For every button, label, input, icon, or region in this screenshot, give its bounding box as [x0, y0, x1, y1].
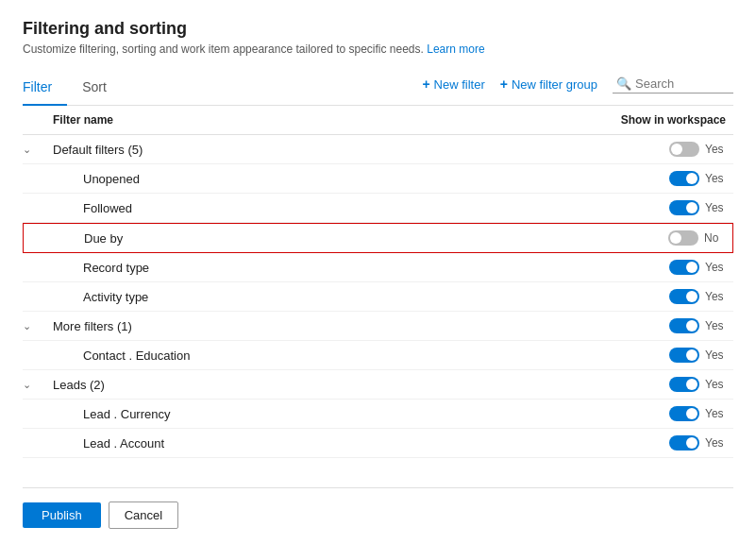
- filter-name-followed: Followed: [83, 201, 575, 215]
- cancel-button[interactable]: Cancel: [109, 502, 178, 529]
- page-subtitle: Customize filtering, sorting and work it…: [23, 42, 733, 56]
- toggle-label-followed: Yes: [705, 201, 726, 214]
- filter-name-lead-currency: Lead . Currency: [83, 407, 575, 421]
- publish-button[interactable]: Publish: [23, 502, 101, 528]
- toggle-contact-education[interactable]: [669, 348, 699, 363]
- filter-row-contact-education: Contact . Education Yes: [23, 341, 733, 370]
- toggle-label-lead-currency: Yes: [705, 407, 726, 420]
- tabs-bar: Filter Sort + New filter + New filter gr…: [23, 71, 733, 106]
- toggle-label-due-by: No: [704, 231, 725, 245]
- toggle-label-leads: Yes: [705, 378, 726, 391]
- new-filter-group-button[interactable]: + New filter group: [500, 76, 597, 92]
- plus-icon-filter: +: [422, 76, 429, 92]
- toggle-label-contact-education: Yes: [705, 348, 726, 362]
- toggle-leads[interactable]: [669, 377, 699, 392]
- search-box: 🔍: [613, 75, 733, 94]
- tab-sort[interactable]: Sort: [82, 72, 122, 106]
- workspace-default-filters: Yes: [575, 142, 726, 157]
- filter-row-followed: Followed Yes: [23, 194, 733, 223]
- filter-name-lead-account: Lead . Account: [83, 436, 575, 450]
- filter-name-activity-type: Activity type: [83, 290, 575, 304]
- tabs-left: Filter Sort: [23, 71, 137, 105]
- toggle-more-filters[interactable]: [669, 318, 699, 333]
- filter-name-more-filters: More filters (1): [53, 319, 575, 333]
- expand-more-filters-icon[interactable]: ⌄: [23, 320, 53, 332]
- toggle-followed[interactable]: [669, 200, 699, 215]
- expand-leads-icon[interactable]: ⌄: [23, 379, 53, 391]
- table-header: Filter name Show in workspace: [23, 106, 733, 135]
- toggle-lead-account[interactable]: [669, 435, 699, 450]
- filter-name-due-by: Due by: [84, 231, 574, 246]
- toggle-label-default-filters: Yes: [705, 143, 726, 156]
- toggle-activity-type[interactable]: [669, 289, 699, 304]
- workspace-contact-education: Yes: [575, 348, 726, 363]
- filter-row-lead-currency: Lead . Currency Yes: [23, 400, 733, 429]
- filter-row-unopened: Unopened Yes: [23, 164, 733, 194]
- toggle-label-unopened: Yes: [705, 172, 726, 185]
- new-filter-button[interactable]: + New filter: [422, 76, 484, 92]
- filter-row-lead-account: Lead . Account Yes: [23, 429, 733, 458]
- workspace-lead-currency: Yes: [575, 406, 726, 421]
- workspace-followed: Yes: [575, 200, 726, 215]
- toggle-label-lead-account: Yes: [705, 436, 726, 450]
- workspace-due-by: No: [574, 230, 725, 246]
- filter-name-record-type: Record type: [83, 261, 575, 275]
- filter-row-more-filters: ⌄ More filters (1) Yes: [23, 312, 733, 341]
- toggle-unopened[interactable]: [669, 171, 699, 186]
- filter-name-default-filters: Default filters (5): [53, 143, 575, 157]
- workspace-header: Show in workspace: [575, 113, 726, 127]
- footer: Publish Cancel: [23, 487, 733, 529]
- filter-row-due-by: Due by No: [23, 223, 733, 253]
- workspace-more-filters: Yes: [575, 318, 726, 333]
- filter-row-default-filters: ⌄ Default filters (5) Yes: [23, 135, 733, 164]
- filter-name-contact-education: Contact . Education: [83, 348, 575, 363]
- toggle-label-more-filters: Yes: [705, 319, 726, 332]
- workspace-record-type: Yes: [575, 260, 726, 275]
- plus-icon-group: +: [500, 76, 508, 92]
- toggle-label-activity-type: Yes: [705, 290, 726, 303]
- workspace-leads: Yes: [575, 377, 726, 392]
- filter-name-header: Filter name: [53, 113, 575, 127]
- workspace-lead-account: Yes: [575, 435, 726, 450]
- filter-row-record-type: Record type Yes: [23, 253, 733, 282]
- filter-list: ⌄ Default filters (5) Yes Unopened: [23, 135, 733, 484]
- toggle-due-by[interactable]: [668, 230, 698, 246]
- filter-row-leads: ⌄ Leads (2) Yes: [23, 370, 733, 400]
- filter-name-unopened: Unopened: [83, 172, 575, 186]
- workspace-activity-type: Yes: [575, 289, 726, 304]
- expand-default-filters-icon[interactable]: ⌄: [23, 144, 53, 156]
- learn-more-link[interactable]: Learn more: [427, 42, 484, 56]
- toggle-lead-currency[interactable]: [669, 406, 699, 421]
- tab-filter[interactable]: Filter: [23, 72, 67, 106]
- toggle-default-filters[interactable]: [669, 142, 699, 157]
- toggle-record-type[interactable]: [669, 260, 699, 275]
- filter-row-activity-type: Activity type Yes: [23, 282, 733, 312]
- workspace-unopened: Yes: [575, 171, 726, 186]
- tabs-right: + New filter + New filter group 🔍: [422, 75, 733, 101]
- search-input[interactable]: [635, 76, 730, 91]
- toggle-label-record-type: Yes: [705, 261, 726, 274]
- filter-name-leads: Leads (2): [53, 378, 575, 392]
- search-icon: 🔍: [616, 76, 631, 91]
- page-title: Filtering and sorting: [23, 19, 733, 39]
